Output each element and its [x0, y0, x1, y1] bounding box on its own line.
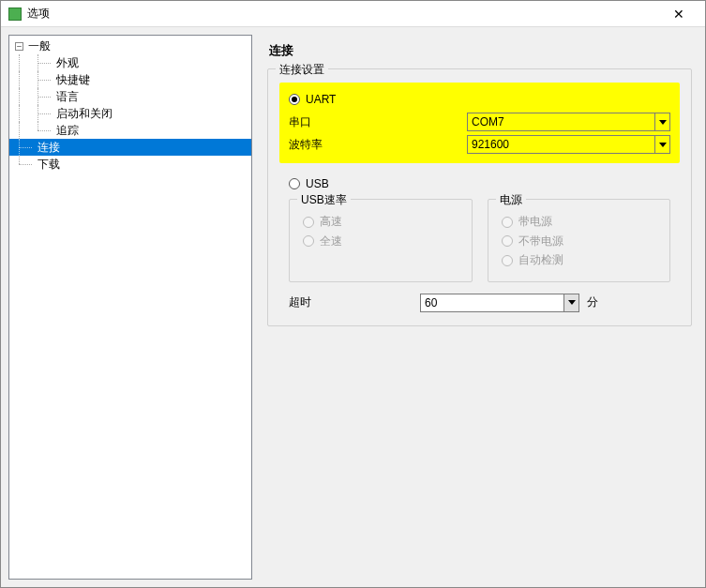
group-title: USB速率 — [297, 192, 351, 208]
tree-item-download[interactable]: 下载 — [9, 156, 251, 173]
radio-label: UART — [306, 93, 336, 106]
radio-icon — [289, 178, 300, 189]
tree-item-startup[interactable]: 启动和关闭 — [9, 105, 251, 122]
combo-value: 921600 — [472, 138, 509, 151]
chevron-down-icon — [563, 294, 578, 311]
tree-label: 语言 — [54, 88, 81, 105]
port-combo[interactable]: COM7 — [467, 113, 670, 131]
close-button[interactable]: ✕ — [660, 1, 698, 26]
usb-block: USB USB速率 高速 全速 电源 带电源 不带电源 — [279, 163, 680, 290]
tree-item-language[interactable]: 语言 — [9, 88, 251, 105]
tree-item-shortcuts[interactable]: 快捷键 — [9, 71, 251, 88]
radio-label: 高速 — [320, 214, 342, 230]
power-with-radio: 带电源 — [502, 214, 552, 230]
radio-label: 带电源 — [518, 214, 552, 230]
tree-item-appearance[interactable]: 外观 — [9, 54, 251, 71]
tree-label: 外观 — [54, 54, 81, 71]
power-auto-radio: 自动检测 — [502, 252, 563, 268]
chevron-down-icon — [654, 113, 669, 130]
tree-label: 快捷键 — [54, 71, 92, 88]
radio-label: 全速 — [320, 234, 342, 249]
timeout-combo[interactable]: 60 — [420, 294, 579, 312]
baud-combo[interactable]: 921600 — [467, 135, 670, 154]
speed-high-radio: 高速 — [303, 214, 342, 230]
group-title: 连接设置 — [276, 62, 328, 78]
tree-label: 追踪 — [54, 122, 81, 139]
combo-value: COM7 — [472, 115, 504, 128]
port-label: 串口 — [289, 114, 467, 130]
tree-item-general[interactable]: − 一般 — [9, 38, 251, 54]
combo-value: 60 — [425, 296, 437, 309]
options-window: 选项 ✕ − 一般 外观 快捷键 语言 启动和关闭 追踪 连接 下载 连接 连接… — [0, 0, 706, 588]
collapse-toggle-icon[interactable]: − — [15, 42, 23, 51]
chevron-down-icon — [654, 136, 669, 153]
titlebar: 选项 ✕ — [1, 1, 705, 27]
tree-label: 连接 — [36, 139, 62, 156]
radio-label: 自动检测 — [518, 252, 563, 268]
group-title: 电源 — [496, 192, 526, 208]
usb-speed-group: USB速率 高速 全速 — [289, 199, 473, 282]
radio-icon — [502, 217, 513, 228]
page-title: 连接 — [269, 42, 692, 59]
baud-label: 波特率 — [289, 137, 467, 153]
usb-radio[interactable]: USB — [289, 177, 329, 190]
radio-icon — [303, 217, 314, 228]
radio-icon — [502, 255, 513, 266]
radio-icon — [303, 235, 314, 247]
uart-block: UART 串口 COM7 波特率 921600 — [279, 83, 680, 163]
speed-full-radio: 全速 — [303, 234, 342, 249]
app-icon — [8, 8, 22, 21]
timeout-row: 超时 60 分 — [279, 290, 680, 314]
tree-item-connection[interactable]: 连接 — [9, 139, 251, 156]
tree-label: 下载 — [36, 156, 62, 173]
tree-label: 启动和关闭 — [54, 105, 114, 122]
content-panel: 连接 连接设置 UART 串口 COM7 — [262, 35, 698, 580]
timeout-label: 超时 — [289, 294, 420, 310]
power-without-radio: 不带电源 — [502, 234, 563, 249]
timeout-unit: 分 — [587, 294, 598, 310]
nav-tree[interactable]: − 一般 外观 快捷键 语言 启动和关闭 追踪 连接 下载 — [8, 35, 252, 580]
radio-label: USB — [306, 177, 329, 190]
radio-label: 不带电源 — [518, 234, 563, 249]
window-title: 选项 — [27, 6, 660, 22]
tree-label: 一般 — [26, 38, 53, 54]
radio-icon — [502, 235, 513, 247]
client-area: − 一般 外观 快捷键 语言 启动和关闭 追踪 连接 下载 连接 连接设置 UA… — [1, 27, 705, 587]
uart-radio[interactable]: UART — [289, 93, 336, 106]
power-group: 电源 带电源 不带电源 自动检测 — [488, 199, 671, 282]
tree-item-trace[interactable]: 追踪 — [9, 122, 251, 139]
connection-settings-group: 连接设置 UART 串口 COM7 — [267, 68, 692, 326]
radio-icon — [289, 94, 300, 105]
